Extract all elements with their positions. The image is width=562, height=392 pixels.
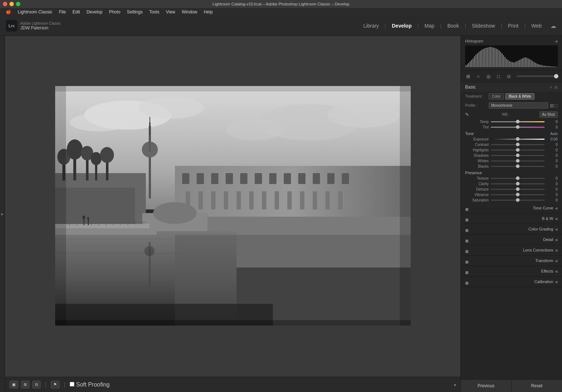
saturation-slider-track[interactable] <box>491 200 545 201</box>
color-treatment-btn[interactable]: Color <box>489 93 504 99</box>
flag-btn[interactable]: ⚑ <box>51 381 60 388</box>
exposure-slider-thumb[interactable] <box>516 137 520 141</box>
menu-develop[interactable]: Develop <box>83 9 105 15</box>
cloud-icon[interactable]: ☁ <box>550 23 556 29</box>
tab-map[interactable]: Map <box>420 21 439 30</box>
calibration-section[interactable]: ■ Calibration ◀ <box>461 277 562 287</box>
profile-label: Profile : <box>465 103 489 107</box>
svg-point-58 <box>144 246 155 256</box>
tint-slider-track[interactable] <box>491 127 545 128</box>
texture-slider-track[interactable] <box>491 178 545 179</box>
clarity-slider-track[interactable] <box>491 183 545 184</box>
svg-rect-39 <box>211 191 216 209</box>
vibrance-slider-track[interactable] <box>491 194 545 195</box>
tab-develop[interactable]: Develop <box>387 21 416 30</box>
whites-slider-thumb[interactable] <box>516 159 520 163</box>
temp-slider-thumb[interactable] <box>516 120 520 123</box>
menu-edit[interactable]: Edit <box>70 9 83 15</box>
blacks-slider-thumb[interactable] <box>516 164 520 168</box>
svg-rect-146 <box>555 67 556 67</box>
tint-slider-thumb[interactable] <box>516 125 520 129</box>
svg-rect-124 <box>523 58 524 67</box>
soft-proofing-checkbox[interactable] <box>70 382 74 387</box>
photo-image <box>55 86 411 326</box>
svg-rect-36 <box>342 173 349 184</box>
svg-point-63 <box>82 216 85 219</box>
svg-rect-119 <box>516 61 517 67</box>
graduated-filter-tool[interactable]: □ <box>495 73 502 80</box>
eyedropper-icon[interactable]: ✎ <box>465 112 469 117</box>
redeye-tool[interactable]: ◎ <box>485 73 492 80</box>
temp-slider-track[interactable] <box>491 121 545 122</box>
highlights-slider-thumb[interactable] <box>516 148 520 152</box>
view-compare-btn[interactable]: ⊞ <box>21 381 29 388</box>
bw-treatment-btn[interactable]: Black & White <box>505 93 534 99</box>
tone-auto-btn[interactable]: Auto <box>550 132 558 136</box>
color-grading-chevron-icon: ◀ <box>555 227 558 231</box>
radial-filter-tool[interactable]: ⊙ <box>505 73 512 80</box>
highlights-slider-track[interactable] <box>491 150 545 151</box>
svg-rect-104 <box>494 48 495 67</box>
blacks-slider-track[interactable] <box>491 166 545 167</box>
saturation-slider-thumb[interactable] <box>516 198 520 202</box>
dehaze-slider-thumb[interactable] <box>516 187 520 191</box>
detail-section[interactable]: ■ Detail ◀ <box>461 234 562 245</box>
close-button[interactable] <box>3 2 7 6</box>
maximize-button[interactable] <box>16 2 20 6</box>
contrast-slider-track[interactable] <box>491 144 545 145</box>
dehaze-slider-track[interactable] <box>491 189 545 190</box>
menu-help[interactable]: Help <box>201 9 216 15</box>
shadows-slider-thumb[interactable] <box>516 154 520 157</box>
menu-lightroom-classic[interactable]: Lightroom Classic <box>15 9 55 15</box>
view-single-btn[interactable]: ▣ <box>9 381 18 388</box>
previous-button[interactable]: Previous <box>461 380 512 392</box>
crop-tool[interactable]: ⊞ <box>464 73 472 80</box>
exposure-slider-track[interactable] <box>491 139 545 140</box>
minimize-button[interactable] <box>9 2 14 6</box>
effects-section[interactable]: ■ Effects ◀ <box>461 266 562 277</box>
menu-photo[interactable]: Photo <box>106 9 123 15</box>
contrast-slider-thumb[interactable] <box>516 143 520 146</box>
tab-library[interactable]: Library <box>359 21 383 30</box>
transform-section[interactable]: ■ Transform ◀ <box>461 256 562 266</box>
profile-browse-icon[interactable]: ⊞ <box>550 103 554 109</box>
clarity-slider-thumb[interactable] <box>516 182 520 185</box>
tab-book[interactable]: Book <box>443 21 463 30</box>
apple-menu[interactable]: 🍎 <box>3 9 14 15</box>
left-panel[interactable]: ▶ <box>0 36 5 392</box>
whites-slider-track[interactable] <box>491 160 545 162</box>
reset-button[interactable]: Reset <box>512 380 562 392</box>
profile-select[interactable]: Monochrome <box>489 102 548 109</box>
svg-rect-100 <box>488 47 489 67</box>
menu-view[interactable]: View <box>163 9 178 15</box>
view-survey-btn[interactable]: ⊟ <box>32 381 41 388</box>
toolbar-dropdown-btn[interactable]: ▾ <box>454 383 456 388</box>
color-grading-section[interactable]: ■ Color Grading ◀ <box>461 224 562 234</box>
tools-slider-thumb[interactable] <box>554 74 558 78</box>
bw-section[interactable]: ■ B & W ◀ <box>461 213 562 224</box>
vibrance-slider-thumb[interactable] <box>516 193 520 196</box>
basic-grid-icon[interactable]: ⊞ <box>554 85 558 90</box>
profile-grid-icon[interactable]: □ <box>555 103 558 109</box>
menu-file[interactable]: File <box>56 9 69 15</box>
histogram-collapse-icon[interactable]: ◀ <box>555 39 558 43</box>
bw-toggle-icon: ■ <box>465 217 469 220</box>
texture-label: Texture <box>465 176 489 180</box>
tab-web[interactable]: Web <box>527 21 546 30</box>
tools-slider-area[interactable] <box>517 75 558 77</box>
texture-slider-thumb[interactable] <box>516 176 520 180</box>
tone-curve-section[interactable]: ■ Tone Curve ◀ <box>461 203 562 213</box>
shadows-slider-track[interactable] <box>491 155 545 156</box>
menu-settings[interactable]: Settings <box>124 9 145 15</box>
menu-tools[interactable]: Tools <box>146 9 162 15</box>
svg-rect-87 <box>469 61 471 67</box>
soft-proofing-label[interactable]: Soft Proofing <box>76 381 110 388</box>
lens-corrections-section[interactable]: ■ Lens Corrections ◀ <box>461 245 562 256</box>
healing-tool[interactable]: ○ <box>475 73 482 80</box>
menu-window[interactable]: Window <box>179 9 200 15</box>
tab-print[interactable]: Print <box>504 21 523 30</box>
svg-rect-44 <box>275 191 279 209</box>
wb-select[interactable]: As Shot <box>540 111 558 118</box>
basic-options-icon[interactable]: ≡ <box>550 85 552 89</box>
tab-slideshow[interactable]: Slideshow <box>468 21 500 30</box>
